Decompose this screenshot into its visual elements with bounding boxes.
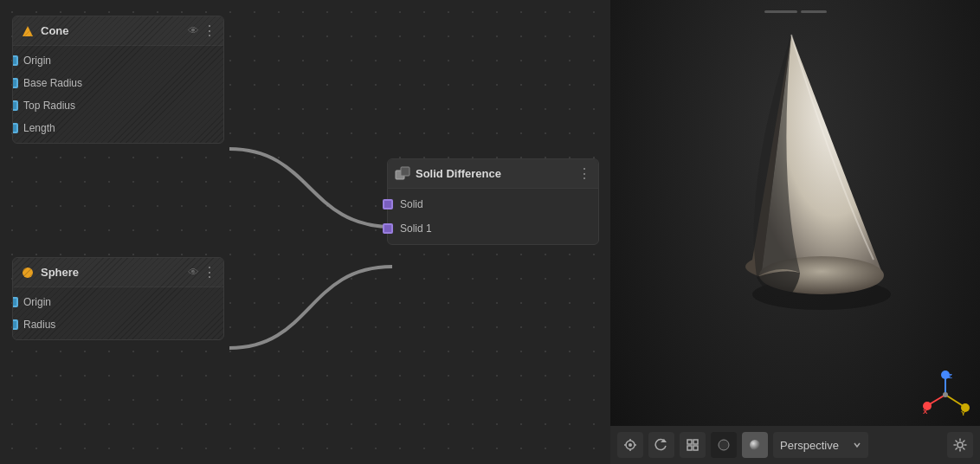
cone-header-icons: 👁 ⋮ [188, 23, 216, 39]
axis-widget: Z X Y [921, 371, 970, 419]
solid-diff-header: Solid Difference ⋮ [388, 159, 598, 189]
cone-length-label: Length [13, 122, 215, 134]
solid-diff-solid-socket[interactable] [383, 199, 393, 209]
cone-length-socket-left[interactable] [12, 123, 18, 133]
cone-topradius-label: Top Radius [13, 100, 215, 112]
cone-baseradius-socket-left[interactable] [12, 78, 18, 88]
svg-rect-23 [687, 446, 692, 450]
cone-baseradius-label: Base Radius [13, 77, 215, 89]
connection-sphere-solid1 [229, 267, 392, 348]
solid-diff-icon [395, 166, 410, 182]
cone-field-origin: Origin [13, 49, 223, 72]
solid-diff-header-icons: ⋮ [577, 165, 591, 182]
svg-point-15 [629, 443, 632, 447]
solid-diff-body: Solid Solid Solid 1 [388, 189, 598, 244]
cone-field-length: Length [13, 117, 223, 139]
sphere-shading-icon [717, 438, 731, 452]
sphere-field-origin: Origin [13, 291, 223, 313]
cone-origin-socket-left[interactable] [12, 55, 18, 66]
svg-point-13 [943, 392, 948, 397]
svg-text:Z: Z [948, 372, 952, 380]
node-editor: Cone 👁 ⋮ Origin Base Radius Top Radius L… [0, 0, 610, 464]
perspective-label: Perspective [780, 439, 849, 452]
cone-node: Cone 👁 ⋮ Origin Base Radius Top Radius L… [12, 16, 224, 144]
settings-icon-button[interactable] [947, 432, 973, 458]
refresh-icon [654, 438, 668, 452]
sphere-node: Sphere 👁 ⋮ Origin Radius 👁 Sphere [12, 257, 224, 340]
cone-origin-label: Origin [13, 55, 215, 67]
svg-point-28 [957, 442, 963, 448]
perspective-dropdown[interactable]: Perspective [773, 432, 868, 458]
sphere-origin-label: Origin [13, 296, 215, 308]
camera-icon [623, 438, 637, 452]
svg-text:X: X [923, 408, 928, 416]
sphere-header-icons: 👁 ⋮ [188, 264, 216, 280]
sphere-icon [20, 265, 35, 280]
solid-diff-solid1-row: Solid 1 [388, 216, 598, 241]
svg-text:Y: Y [961, 409, 966, 417]
svg-rect-3 [401, 167, 409, 176]
cone-field-topradius: Top Radius [13, 94, 223, 117]
svg-rect-22 [693, 440, 698, 444]
svg-rect-24 [693, 446, 698, 450]
svg-marker-0 [23, 26, 33, 36]
sphere-radius-socket-left[interactable] [12, 319, 18, 330]
solid-difference-node: Solid Difference ⋮ Solid Solid Solid 1 [387, 158, 599, 245]
viewport-toolbar: Perspective [610, 426, 980, 464]
svg-rect-21 [687, 440, 692, 444]
frame-icon [686, 438, 700, 452]
cone-icon [20, 23, 35, 39]
sphere-node-title: Sphere [41, 266, 183, 279]
sphere-radius-label: Radius [13, 319, 215, 331]
solid-diff-more-icon[interactable]: ⋮ [577, 165, 591, 182]
sphere-eye-icon[interactable]: 👁 [188, 266, 199, 279]
solid-diff-solid1-label: Solid 1 [400, 222, 432, 235]
svg-line-10 [945, 395, 964, 407]
connection-cone-solid [229, 149, 392, 227]
cone-eye-icon[interactable]: 👁 [188, 24, 199, 37]
sphere-node-body: Origin Radius [13, 287, 223, 339]
cone-more-icon[interactable]: ⋮ [203, 23, 216, 39]
camera-icon-button[interactable] [617, 432, 643, 458]
refresh-icon-button[interactable] [648, 432, 674, 458]
sphere-node-header: Sphere 👁 ⋮ [13, 258, 223, 287]
sphere-origin-socket-left[interactable] [12, 297, 18, 307]
svg-point-27 [750, 440, 760, 450]
cone-node-body: Origin Base Radius Top Radius Length [13, 46, 223, 143]
solid-diff-solid-label: Solid [400, 198, 423, 210]
solid-diff-title: Solid Difference [416, 167, 572, 180]
cone-field-baseradius: Base Radius [13, 72, 223, 94]
cone-3d-render [657, 9, 934, 320]
sphere-shading-button[interactable] [711, 432, 737, 458]
cone-topradius-socket-left[interactable] [12, 100, 18, 111]
cone-node-header: Cone 👁 ⋮ [13, 16, 223, 46]
chevron-down-icon [853, 441, 861, 449]
viewport: Z X Y [610, 0, 980, 464]
settings-icon [953, 438, 967, 452]
solid-diff-solid-row: Solid Solid [388, 192, 598, 216]
cone-node-title: Cone [41, 24, 183, 37]
solid-diff-solid1-socket[interactable] [383, 223, 393, 234]
sphere-more-icon[interactable]: ⋮ [203, 264, 216, 280]
svg-point-1 [23, 267, 33, 278]
sphere-field-radius: Radius [13, 313, 223, 336]
solid-shading-button[interactable] [742, 432, 768, 458]
solid-shading-icon [748, 438, 762, 452]
frame-icon-button[interactable] [680, 432, 706, 458]
